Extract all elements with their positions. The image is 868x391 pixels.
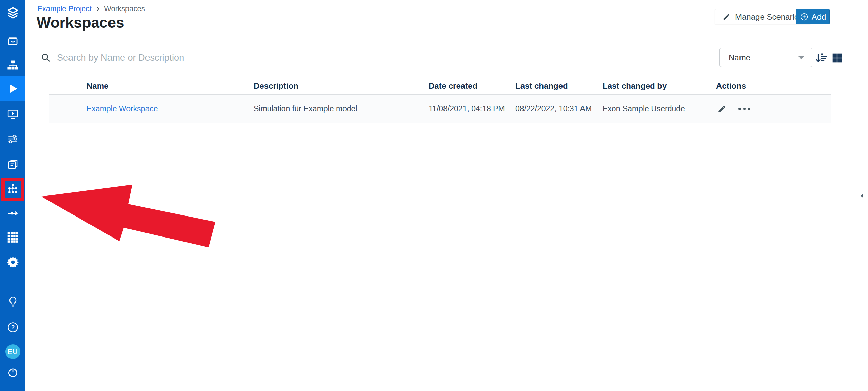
lightbulb-icon bbox=[7, 296, 19, 307]
play-icon bbox=[7, 83, 19, 95]
column-header-last-changed-by: Last changed by bbox=[603, 81, 716, 91]
search-input[interactable] bbox=[57, 53, 716, 63]
header-divider bbox=[25, 35, 852, 35]
sort-dropdown-value: Name bbox=[729, 53, 750, 62]
sort-order-button[interactable] bbox=[816, 51, 829, 64]
help-circle-icon: ? bbox=[7, 322, 19, 333]
avatar: EU bbox=[5, 344, 20, 359]
workspace-date-created: 11/08/2021, 04:18 PM bbox=[429, 104, 515, 114]
gear-icon bbox=[7, 256, 19, 268]
add-button[interactable]: Add bbox=[796, 9, 830, 24]
sidebar: ? EU bbox=[0, 0, 25, 391]
search-bar bbox=[37, 48, 716, 67]
chevron-left-icon bbox=[859, 193, 864, 199]
workspace-last-changed: 08/22/2022, 10:31 AM bbox=[515, 104, 603, 114]
svg-text:?: ? bbox=[11, 324, 15, 331]
sitemap-icon bbox=[7, 59, 19, 71]
power-icon bbox=[7, 367, 19, 378]
sidebar-item-network[interactable] bbox=[7, 183, 18, 196]
add-label: Add bbox=[812, 12, 826, 22]
column-header-date-created: Date created bbox=[429, 81, 515, 91]
sidebar-item-help[interactable]: ? bbox=[0, 318, 25, 337]
column-header-last-changed: Last changed bbox=[515, 81, 603, 91]
manage-scenarios-label: Manage Scenarios bbox=[735, 12, 803, 22]
sidebar-item-workspaces-active[interactable] bbox=[0, 76, 25, 101]
column-header-actions: Actions bbox=[716, 81, 831, 91]
pencil-icon bbox=[717, 105, 726, 114]
breadcrumb: Example Project Workspaces bbox=[37, 4, 145, 14]
search-icon bbox=[41, 53, 51, 63]
flow-arrow-icon bbox=[7, 208, 19, 219]
workspace-last-changed-by: Exon Sample Userdude bbox=[603, 104, 716, 114]
layers-icon bbox=[6, 6, 20, 20]
sidebar-item-transitions[interactable] bbox=[0, 204, 25, 223]
column-header-name: Name bbox=[49, 81, 254, 91]
table-header-row: Name Description Date created Last chang… bbox=[49, 78, 831, 95]
data-grid-icon bbox=[7, 231, 19, 243]
sort-dropdown[interactable]: Name bbox=[719, 48, 812, 67]
sidebar-item-tables[interactable] bbox=[0, 228, 25, 247]
grid-view-icon bbox=[831, 52, 843, 64]
pencil-icon bbox=[723, 13, 730, 21]
network-tree-icon bbox=[7, 183, 18, 196]
sidebar-item-archive[interactable] bbox=[0, 31, 25, 50]
column-header-description: Description bbox=[254, 81, 429, 91]
breadcrumb-project-link[interactable]: Example Project bbox=[37, 4, 92, 13]
sidebar-item-logout[interactable] bbox=[0, 363, 25, 382]
app-logo[interactable] bbox=[0, 3, 25, 22]
screen-play-icon bbox=[7, 108, 19, 120]
row-more-actions-button[interactable] bbox=[738, 108, 750, 110]
workspace-name-link[interactable]: Example Workspace bbox=[86, 104, 158, 113]
chevron-down-icon bbox=[798, 56, 805, 60]
right-panel-divider bbox=[852, 0, 852, 391]
sidebar-item-documents[interactable] bbox=[0, 155, 25, 174]
workspace-description: Simulation für Example model bbox=[254, 104, 429, 114]
sidebar-item-hierarchy[interactable] bbox=[0, 56, 25, 75]
red-highlight-frame bbox=[1, 178, 24, 201]
archive-box-icon bbox=[7, 35, 19, 46]
sidebar-item-settings[interactable] bbox=[0, 252, 25, 271]
table-row: Example Workspace Simulation für Example… bbox=[49, 95, 831, 123]
documents-icon bbox=[7, 159, 19, 170]
collapse-panel-button[interactable] bbox=[859, 193, 864, 199]
breadcrumb-current: Workspaces bbox=[104, 4, 145, 13]
grid-view-button[interactable] bbox=[831, 52, 843, 64]
plus-circle-icon bbox=[800, 13, 808, 21]
app-window: ? EU Example Project Workspaces Workspac… bbox=[0, 0, 868, 391]
sidebar-item-tips[interactable] bbox=[0, 292, 25, 311]
user-avatar[interactable]: EU bbox=[0, 342, 25, 361]
chevron-right-icon bbox=[95, 6, 100, 12]
page-title: Workspaces bbox=[37, 14, 124, 31]
sidebar-item-parameters[interactable] bbox=[0, 129, 25, 148]
sidebar-item-presentations[interactable] bbox=[0, 105, 25, 124]
sliders-icon bbox=[7, 133, 19, 145]
edit-row-button[interactable] bbox=[717, 105, 726, 114]
sort-descending-icon bbox=[816, 51, 829, 64]
